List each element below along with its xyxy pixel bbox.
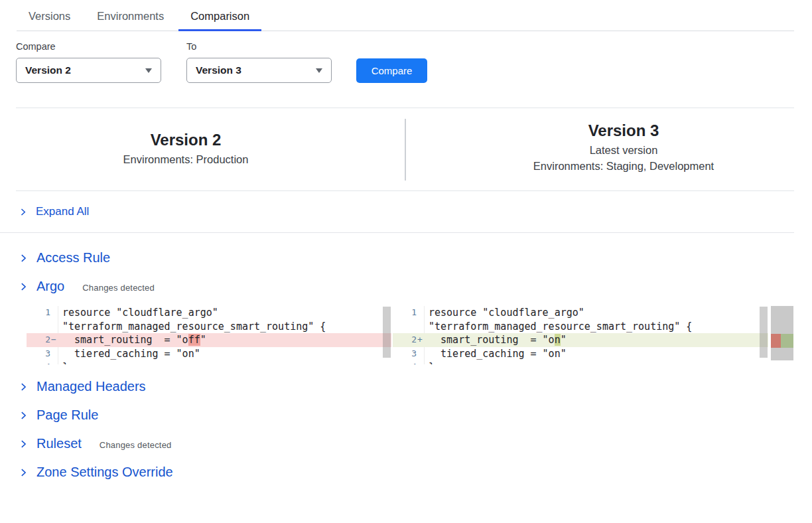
left-version-title: Version 2 bbox=[16, 131, 356, 149]
line-number: 2 bbox=[27, 333, 50, 347]
chevron-right-icon bbox=[19, 208, 27, 216]
diff-pane-left[interactable]: 1 resource "cloudflare_argo" "terraform_… bbox=[27, 306, 391, 364]
line-number: 2 bbox=[393, 333, 417, 347]
right-version-title: Version 3 bbox=[454, 121, 793, 140]
code-line: 4 } bbox=[27, 360, 391, 364]
code-line: 1 resource "cloudflare_argo" bbox=[27, 306, 391, 320]
char-diff-insert: n bbox=[555, 334, 561, 346]
section-label: Ruleset bbox=[36, 436, 82, 451]
diff-pane-right[interactable]: 1 resource "cloudflare_argo" "terraform_… bbox=[393, 306, 768, 364]
chevron-right-icon bbox=[19, 468, 28, 477]
code-text: tiered_caching = "on" bbox=[58, 347, 391, 361]
code-text: "terraform_managed_resource_smart_routin… bbox=[58, 320, 391, 334]
section-label: Managed Headers bbox=[36, 379, 146, 394]
code-text: tiered_caching = "on" bbox=[424, 347, 768, 361]
section-label: Page Rule bbox=[36, 408, 98, 423]
compare-label: Compare bbox=[16, 41, 161, 52]
code-text: smart_routing = "off" bbox=[58, 333, 391, 347]
code-line: 4 } bbox=[393, 360, 768, 364]
char-diff-delete: ff bbox=[188, 334, 200, 346]
chevron-right-icon bbox=[19, 439, 28, 449]
version-header-left: Version 2 Environments: Production bbox=[16, 131, 356, 166]
to-version-value: Version 3 bbox=[196, 64, 241, 76]
version-headers: Version 2 Environments: Production Versi… bbox=[16, 108, 794, 191]
tab-environments[interactable]: Environments bbox=[85, 10, 176, 31]
section-label: Argo bbox=[36, 279, 64, 294]
section-label: Zone Settings Override bbox=[36, 465, 173, 480]
code-line: 3 tiered_caching = "on" bbox=[27, 347, 391, 361]
chevron-right-icon bbox=[19, 411, 28, 420]
diff-sign: + bbox=[417, 333, 424, 347]
expand-all-button[interactable]: Expand All bbox=[0, 191, 794, 233]
tab-versions[interactable]: Versions bbox=[17, 10, 82, 31]
chevron-right-icon bbox=[19, 282, 28, 291]
overview-insert-marker bbox=[781, 334, 793, 348]
right-version-subtitle: Latest version bbox=[454, 144, 793, 157]
code-line: 3 tiered_caching = "on" bbox=[393, 347, 768, 361]
expand-all-label: Expand All bbox=[36, 205, 89, 218]
code-text: } bbox=[424, 360, 768, 364]
caret-down-icon bbox=[316, 68, 322, 73]
code-text: resource "cloudflare_argo" bbox=[424, 306, 768, 320]
changes-detected-badge: Changes detected bbox=[82, 281, 155, 293]
to-version-select[interactable]: Version 3 bbox=[186, 58, 332, 83]
caret-down-icon bbox=[145, 68, 152, 73]
section-access-rule[interactable]: Access Rule bbox=[0, 244, 812, 272]
code-line-wrap: "terraform_managed_resource_smart_routin… bbox=[393, 320, 768, 334]
code-line-inserted: 2+ smart_routing = "on" bbox=[393, 333, 768, 347]
chevron-right-icon bbox=[19, 382, 28, 392]
right-pane-scrollbar[interactable] bbox=[760, 307, 768, 358]
code-text: smart_routing = "on" bbox=[424, 333, 768, 347]
diff-overview-ruler[interactable] bbox=[771, 306, 793, 360]
compare-version-select[interactable]: Version 2 bbox=[16, 58, 161, 83]
compare-controls: Compare Version 2 To Version 3 Compare bbox=[16, 41, 812, 83]
changes-detected-badge: Changes detected bbox=[100, 438, 172, 450]
line-number: 1 bbox=[27, 306, 50, 320]
right-version-environments: Environments: Staging, Development bbox=[454, 160, 793, 173]
code-text: "terraform_managed_resource_smart_routin… bbox=[424, 320, 768, 334]
sections-list: Access Rule Argo Changes detected 1 reso… bbox=[0, 233, 812, 486]
line-number: 3 bbox=[27, 347, 50, 361]
line-number: 4 bbox=[27, 360, 50, 364]
header-vertical-divider bbox=[405, 119, 406, 181]
compare-version-value: Version 2 bbox=[25, 64, 71, 76]
section-argo[interactable]: Argo Changes detected bbox=[0, 272, 812, 301]
code-line-deleted: 2− smart_routing = "off" bbox=[27, 333, 391, 347]
code-line: 1 resource "cloudflare_argo" bbox=[393, 306, 768, 320]
code-line-wrap: "terraform_managed_resource_smart_routin… bbox=[27, 320, 391, 334]
argo-diff-editor: 1 resource "cloudflare_argo" "terraform_… bbox=[27, 306, 812, 364]
left-version-environments: Environments: Production bbox=[16, 153, 356, 166]
overview-delete-marker bbox=[771, 334, 781, 348]
tab-comparison[interactable]: Comparison bbox=[178, 10, 261, 31]
chevron-right-icon bbox=[19, 254, 28, 263]
to-label: To bbox=[186, 41, 332, 52]
diff-sign: − bbox=[50, 333, 58, 347]
line-number: 1 bbox=[393, 306, 417, 320]
section-managed-headers[interactable]: Managed Headers bbox=[0, 372, 812, 401]
section-ruleset[interactable]: Ruleset Changes detected bbox=[0, 429, 812, 458]
line-number: 3 bbox=[393, 347, 417, 361]
line-number: 4 bbox=[393, 360, 417, 364]
compare-button[interactable]: Compare bbox=[356, 58, 427, 83]
left-pane-scrollbar[interactable] bbox=[383, 307, 391, 358]
tab-bar: Versions Environments Comparison bbox=[17, 0, 794, 31]
version-header-right: Version 3 Latest version Environments: S… bbox=[454, 121, 793, 173]
section-zone-settings-override[interactable]: Zone Settings Override bbox=[0, 458, 812, 486]
section-page-rule[interactable]: Page Rule bbox=[0, 401, 812, 429]
section-label: Access Rule bbox=[36, 250, 110, 265]
code-text: } bbox=[58, 360, 391, 364]
code-text: resource "cloudflare_argo" bbox=[58, 306, 391, 320]
